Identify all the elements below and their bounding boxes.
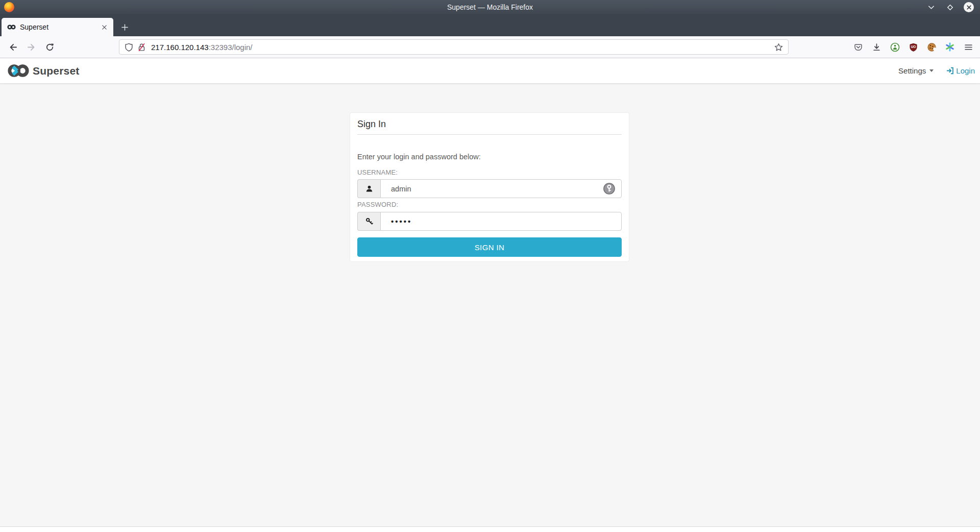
navigation-toolbar: 217.160.120.143:32393/login/ UO bbox=[0, 36, 980, 58]
bookmark-star-icon[interactable] bbox=[774, 43, 783, 52]
password-input[interactable] bbox=[380, 212, 622, 231]
ublock-origin-icon[interactable]: UO bbox=[908, 41, 919, 53]
tab-title: Superset bbox=[20, 23, 99, 31]
reload-icon[interactable] bbox=[42, 39, 57, 55]
login-label: Login bbox=[956, 66, 975, 75]
toolbar-extensions: UO bbox=[852, 41, 974, 53]
sign-in-icon bbox=[946, 66, 954, 75]
superset-favicon bbox=[7, 24, 16, 30]
url-text[interactable]: 217.160.120.143:32393/login/ bbox=[151, 43, 253, 52]
password-label: PASSWORD: bbox=[357, 201, 398, 208]
sign-in-panel: Sign In Enter your login and password be… bbox=[350, 112, 629, 262]
back-icon[interactable] bbox=[5, 39, 20, 55]
user-icon bbox=[357, 179, 380, 198]
privacy-extension-icon[interactable] bbox=[889, 41, 900, 53]
downloads-icon[interactable] bbox=[871, 41, 882, 53]
sign-in-button[interactable]: SIGN IN bbox=[357, 237, 622, 257]
window-title: Superset — Mozilla Firefox bbox=[0, 3, 980, 11]
settings-label: Settings bbox=[898, 66, 926, 75]
window-titlebar: Superset — Mozilla Firefox bbox=[0, 0, 980, 14]
minimize-icon[interactable] bbox=[926, 2, 936, 12]
superset-logo-icon bbox=[7, 64, 30, 78]
pocket-icon[interactable] bbox=[852, 41, 864, 53]
navbar-right: Settings Login bbox=[898, 66, 975, 75]
username-input[interactable] bbox=[380, 179, 622, 198]
window-controls bbox=[926, 2, 980, 12]
consent-extension-icon[interactable] bbox=[944, 41, 955, 53]
maximize-icon[interactable] bbox=[945, 2, 955, 12]
login-instruction: Enter your login and password below: bbox=[357, 153, 481, 161]
url-bar[interactable]: 217.160.120.143:32393/login/ bbox=[119, 39, 789, 55]
login-page: Sign In Enter your login and password be… bbox=[0, 84, 980, 526]
password-manager-key-icon[interactable] bbox=[603, 182, 616, 195]
url-host: 217.160.120.143 bbox=[151, 43, 209, 52]
menu-hamburger-icon[interactable] bbox=[963, 41, 974, 53]
username-label: USERNAME: bbox=[357, 168, 398, 176]
brand-name: Superset bbox=[33, 65, 79, 77]
close-icon[interactable] bbox=[964, 2, 974, 12]
tracking-protection-shield-icon[interactable] bbox=[125, 43, 133, 52]
password-group bbox=[357, 212, 622, 231]
tab-close-icon[interactable] bbox=[99, 22, 109, 32]
chevron-down-icon bbox=[929, 69, 934, 72]
tab-superset[interactable]: Superset bbox=[2, 18, 113, 36]
key-icon bbox=[357, 212, 380, 231]
panel-title: Sign In bbox=[357, 119, 386, 130]
forward-icon[interactable] bbox=[23, 39, 39, 55]
insecure-lock-icon[interactable] bbox=[137, 43, 146, 52]
login-link[interactable]: Login bbox=[946, 66, 975, 75]
svg-text:UO: UO bbox=[911, 45, 916, 49]
settings-menu[interactable]: Settings bbox=[898, 66, 934, 75]
superset-brand[interactable]: Superset bbox=[7, 64, 79, 78]
tab-bar: Superset bbox=[0, 14, 980, 36]
page-footer bbox=[0, 526, 980, 532]
superset-navbar: Superset Settings Login bbox=[0, 58, 980, 84]
url-path: :32393/login/ bbox=[209, 43, 253, 52]
username-group bbox=[357, 179, 622, 198]
new-tab-button[interactable] bbox=[118, 20, 131, 34]
panel-divider bbox=[357, 134, 622, 135]
cookie-extension-icon[interactable] bbox=[926, 41, 937, 53]
